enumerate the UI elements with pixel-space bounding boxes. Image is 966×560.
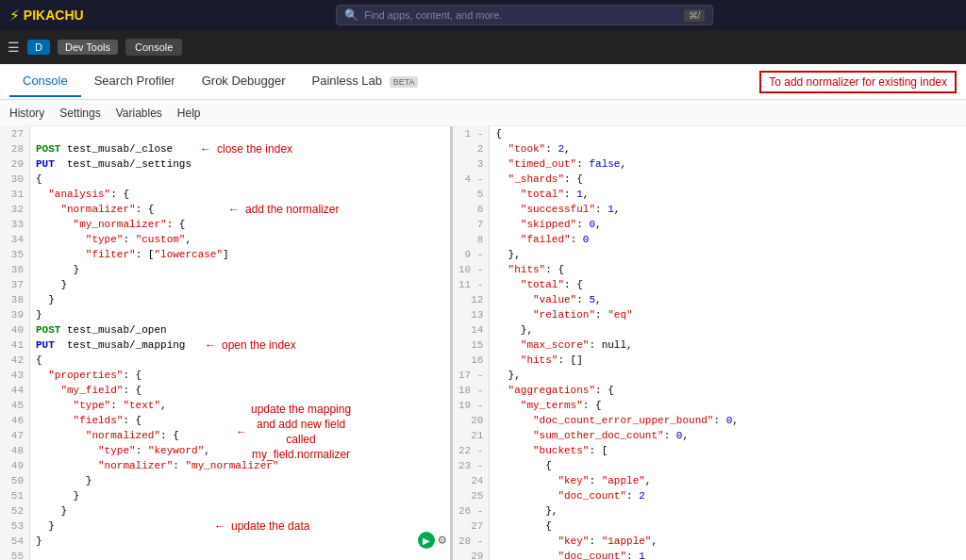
code-line: { [495, 126, 960, 141]
code-line: "_shards": { [495, 172, 960, 187]
code-line [36, 126, 444, 141]
code-line: { [36, 172, 444, 187]
right-code-content: { "took": 2, "timed_out": false, "_shard… [490, 126, 966, 560]
code-line: "timed_out": false, [495, 156, 960, 172]
tab-console[interactable]: Console [9, 66, 81, 97]
code-line: "type": "custom", [36, 232, 444, 247]
left-code-content[interactable]: POST test_musab/_close PUT test_musab/_s… [30, 126, 450, 560]
code-line: "successful": 1, [495, 202, 960, 217]
left-panel: 27 28 29 30 31 32 33 34 35 36 37 38 39 4… [0, 126, 453, 560]
code-line: }, [495, 503, 960, 519]
code-line: } [36, 503, 444, 519]
code-line: "hits": { [495, 262, 960, 277]
code-line: } [36, 534, 444, 549]
tab-grok-debugger[interactable]: Grok Debugger [189, 66, 299, 97]
code-line: "aggregations": { [495, 383, 960, 398]
right-code-area: 1 - 2 3 4 - 5 6 7 8 9 - 10 - 11 - 12 13 … [453, 126, 966, 560]
code-line: { [36, 353, 444, 368]
search-placeholder: Find apps, content, and more. [364, 9, 677, 21]
hamburger-icon[interactable]: ☰ [8, 40, 20, 56]
annotation-text: update the mappingand add new fieldcalle… [251, 402, 351, 462]
second-bar: ☰ D Dev Tools Console [0, 30, 966, 64]
code-line: "skipped": 0, [495, 217, 960, 232]
code-line: "value": 5, [495, 292, 960, 307]
code-line: } [36, 262, 444, 277]
console-button[interactable]: Console [125, 39, 182, 56]
lightning-icon: ⚡ [9, 5, 20, 25]
tab-search-profiler[interactable]: Search Profiler [81, 66, 189, 97]
run-button[interactable]: ▶ [418, 532, 435, 549]
code-line: "doc_count": 1 [495, 549, 960, 560]
annotation-mapping: ← update the mappingand add new fieldcal… [236, 402, 351, 462]
annotation-normalizer: ← add the normalizer [228, 202, 339, 217]
code-line: "total": { [495, 277, 960, 292]
code-line: "buckets": [ [495, 443, 960, 458]
code-line: "doc_count_error_upper_bound": 0, [495, 413, 960, 428]
code-line: } [36, 292, 444, 307]
code-line: "doc_count": 2 [495, 488, 960, 503]
code-line: "key": "apple", [495, 473, 960, 488]
code-line: "key": "1apple", [495, 534, 960, 549]
annotation-text: update the data [231, 519, 309, 534]
annotation-text: open the index [222, 338, 296, 353]
code-line: "took": 2, [495, 141, 960, 156]
arrow-icon: ← [200, 141, 211, 156]
code-line: } [36, 277, 444, 292]
arrow-icon: ← [228, 202, 240, 217]
code-line: "total": 1, [495, 187, 960, 202]
left-code-area: 27 28 29 30 31 32 33 34 35 36 37 38 39 4… [0, 126, 450, 560]
code-line: "max_score": null, [495, 338, 960, 353]
annotation-update: ← update the data [214, 519, 309, 534]
arrow-icon: ← [205, 338, 216, 353]
code-line: "relation": "eq" [495, 307, 960, 322]
nav-tabs: Console Search Profiler Grok Debugger Pa… [0, 64, 966, 100]
search-icon: 🔍 [344, 8, 358, 22]
dev-tools-label[interactable]: Dev Tools [58, 40, 118, 55]
code-line: { [495, 458, 960, 473]
annotation-open: ← open the index [205, 338, 296, 353]
logo-text: PIKACHU [24, 8, 84, 23]
code-line: "analysis": { [36, 187, 444, 202]
right-line-numbers: 1 - 2 3 4 - 5 6 7 8 9 - 10 - 11 - 12 13 … [453, 126, 490, 560]
annotation-text: add the normalizer [245, 202, 339, 217]
tab-painless-lab[interactable]: Painless Lab BETA [299, 66, 432, 97]
top-bar: ⚡ PIKACHU 🔍 Find apps, content, and more… [0, 0, 966, 30]
sub-nav-settings[interactable]: Settings [59, 107, 100, 120]
arrow-icon: ← [214, 519, 225, 534]
code-line: { [495, 519, 960, 534]
code-line: "hits": [] [495, 353, 960, 368]
dev-tools-badge: D [27, 40, 50, 55]
annotation-text: close the index [217, 141, 292, 156]
main-content: 27 28 29 30 31 32 33 34 35 36 37 38 39 4… [0, 126, 966, 560]
code-line: } [36, 488, 444, 503]
code-line: "my_field": { [36, 383, 444, 398]
code-line: POST test_musab/_open [36, 322, 444, 338]
search-shortcut: ⌘/ [684, 9, 706, 22]
code-line: } [36, 473, 444, 488]
pikachu-logo: ⚡ PIKACHU [9, 5, 84, 25]
add-normalizer-annotation: To add normalizer for existing index [759, 71, 957, 93]
arrow-icon: ← [236, 424, 247, 439]
annotation-close: ← close the index [200, 141, 292, 156]
right-panel: 1 - 2 3 4 - 5 6 7 8 9 - 10 - 11 - 12 13 … [453, 126, 966, 560]
code-line: }, [495, 322, 960, 338]
code-line: "properties": { [36, 368, 444, 383]
global-search[interactable]: 🔍 Find apps, content, and more. ⌘/ [336, 5, 713, 25]
code-line: "failed": 0 [495, 232, 960, 247]
sub-nav: History Settings Variables Help [0, 100, 966, 126]
sub-nav-variables[interactable]: Variables [116, 107, 162, 120]
code-line: "sum_other_doc_count": 0, [495, 428, 960, 443]
sub-nav-history[interactable]: History [9, 107, 44, 120]
code-line [36, 549, 444, 560]
sub-nav-help[interactable]: Help [177, 107, 201, 120]
code-line: "my_terms": { [495, 398, 960, 413]
left-line-numbers: 27 28 29 30 31 32 33 34 35 36 37 38 39 4… [0, 126, 30, 560]
code-line: "my_normalizer": { [36, 217, 444, 232]
settings-icon[interactable]: ⚙ [439, 533, 446, 548]
code-line: }, [495, 247, 960, 262]
code-line: } [36, 307, 444, 322]
code-line: }, [495, 368, 960, 383]
code-line: PUT test_musab/_settings [36, 156, 444, 172]
code-line: "filter": ["lowercase"] [36, 247, 444, 262]
beta-badge: BETA [390, 76, 419, 88]
